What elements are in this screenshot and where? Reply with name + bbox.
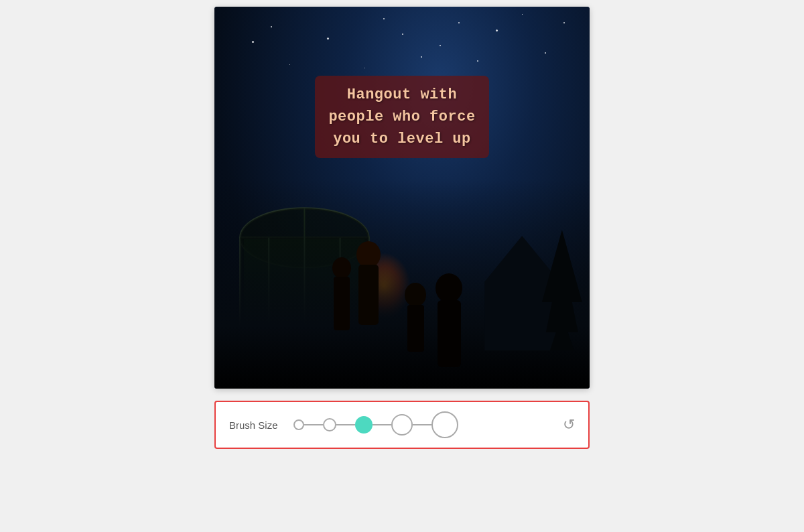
undo-button[interactable]: ↺ [563, 416, 575, 434]
quote-text: Hangout with people who force you to lev… [328, 84, 475, 150]
main-container: Hangout with people who force you to lev… [214, 7, 590, 449]
quote-background: Hangout with people who force you to lev… [315, 76, 488, 158]
star [289, 64, 290, 65]
size-circle-xs[interactable] [293, 419, 304, 430]
star [271, 26, 272, 27]
image-canvas: Hangout with people who force you to lev… [214, 7, 590, 389]
connector [413, 424, 431, 425]
svg-rect-9 [358, 265, 379, 325]
brush-size-label: Brush Size [229, 419, 283, 431]
size-selector [293, 411, 544, 438]
size-option-xl[interactable] [431, 411, 458, 438]
quote-line3: you to level up [333, 131, 471, 147]
svg-point-14 [436, 273, 462, 303]
star [402, 34, 403, 35]
quote-overlay: Hangout with people who force you to lev… [252, 76, 552, 158]
svg-rect-11 [407, 305, 424, 352]
people-silhouettes [214, 159, 590, 389]
connector [336, 424, 355, 425]
quote-line2: people who force [328, 109, 475, 125]
star [458, 22, 460, 23]
size-option-xs[interactable] [293, 419, 304, 430]
size-option-sm[interactable] [323, 418, 336, 431]
svg-point-12 [332, 257, 351, 279]
size-circle-lg[interactable] [391, 414, 413, 436]
quote-line1: Hangout with [347, 86, 457, 103]
star [477, 60, 478, 62]
connector [373, 424, 391, 425]
star [327, 38, 329, 40]
size-circle-sm[interactable] [323, 418, 336, 431]
svg-rect-15 [438, 300, 461, 367]
star [440, 45, 441, 46]
svg-point-10 [405, 283, 426, 307]
star [563, 22, 565, 23]
size-option-lg[interactable] [391, 414, 413, 436]
size-circle-xl[interactable] [431, 411, 458, 438]
brush-toolbar: Brush Size [214, 401, 590, 449]
size-circle-md[interactable] [355, 416, 373, 434]
svg-rect-13 [334, 277, 350, 330]
size-option-md[interactable] [355, 416, 373, 434]
connector [304, 424, 323, 425]
svg-point-8 [356, 241, 381, 268]
